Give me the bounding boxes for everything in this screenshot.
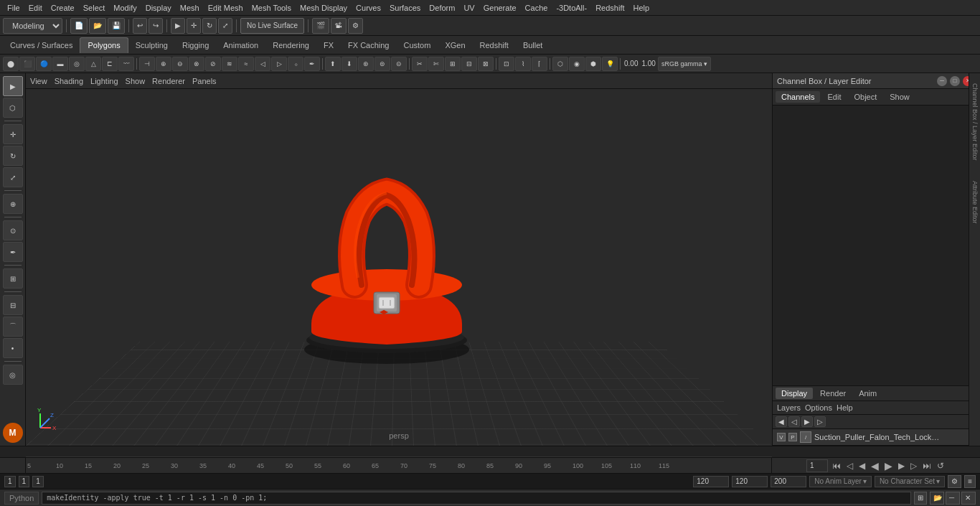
menu-help[interactable]: Help [629, 2, 654, 14]
tb2-lighting-btn[interactable]: 💡 [602, 57, 618, 71]
layer-type-indicator[interactable]: / [800, 431, 811, 443]
workspace-dropdown[interactable]: Modeling [3, 18, 62, 34]
snap-curve[interactable]: ⌒ [3, 317, 23, 337]
layers-menu-help[interactable]: Help [837, 403, 853, 412]
skip-end-btn[interactable]: ⏭ [921, 461, 933, 471]
brt-tab-display[interactable]: Display [776, 388, 813, 399]
soft-select[interactable]: ◎ [3, 365, 23, 385]
rp-tab-edit[interactable]: Edit [821, 91, 847, 103]
menu-3dtoall[interactable]: -3DtoAll- [552, 2, 591, 14]
tb2-boolean[interactable]: ⊘ [205, 57, 221, 71]
tb2-texture[interactable]: ⬢ [585, 57, 601, 71]
paint-tool[interactable]: ✒ [3, 242, 23, 262]
tb2-smooth-shade[interactable]: ◉ [569, 57, 585, 71]
menu-mesh-tools[interactable]: Mesh Tools [248, 2, 296, 14]
lasso-tool[interactable]: ⊙ [3, 220, 23, 240]
next-key-btn[interactable]: ▶ [897, 461, 906, 471]
tb2-paint[interactable]: ✒ [304, 57, 320, 71]
rp-tab-object[interactable]: Object [848, 91, 882, 103]
timeline-numbers[interactable]: 5 10 15 20 25 30 35 40 45 50 55 60 65 70… [26, 458, 772, 473]
tb2-slide[interactable]: ⊠ [478, 57, 494, 71]
layers-prev-btn[interactable]: ◀ [776, 416, 787, 427]
channel-box-label[interactable]: Channel Box / Layer Editor [970, 80, 980, 164]
tb2-multi-cut[interactable]: ✄ [428, 57, 444, 71]
tb2-bridge[interactable]: ⬇ [341, 57, 357, 71]
open-file-btn[interactable]: 📂 [89, 18, 106, 34]
frame-end-input[interactable] [732, 476, 768, 487]
menu-edit-mesh[interactable]: Edit Mesh [204, 2, 248, 14]
tab-fx-caching[interactable]: FX Caching [341, 37, 396, 53]
layers-menu-options[interactable]: Options [805, 403, 832, 412]
render-seq-btn[interactable]: 📽 [331, 18, 347, 34]
tb2-crease[interactable]: ⌇ [515, 57, 531, 71]
tb2-offset[interactable]: ⌈ [532, 57, 547, 71]
snap-point[interactable]: • [3, 338, 23, 358]
layer-playback[interactable]: P [788, 433, 797, 441]
menu-mesh-display[interactable]: Mesh Display [296, 2, 352, 14]
tb2-cut[interactable]: ✂ [412, 57, 428, 71]
tb2-bevel[interactable]: ⊡ [499, 57, 514, 71]
brt-tab-render[interactable]: Render [814, 388, 852, 399]
tb2-prism[interactable]: △ [85, 57, 101, 71]
tb2-merge[interactable]: ⊝ [391, 57, 407, 71]
tb2-wireframe[interactable]: ⬡ [552, 57, 568, 71]
attribute-editor-label[interactable]: Attribute Editor [970, 178, 980, 227]
tb2-circularize[interactable]: ⊛ [358, 57, 374, 71]
tb2-helix[interactable]: 〰 [118, 57, 134, 71]
rotate-tool[interactable]: ↻ [3, 146, 23, 166]
vp-menu-show[interactable]: Show [126, 77, 146, 85]
tab-redshift[interactable]: Redshift [473, 37, 516, 53]
scale-tool[interactable]: ⤢ [3, 167, 23, 187]
rotate-tool-btn[interactable]: ↻ [202, 18, 217, 34]
layers-menu-layers[interactable]: Layers [777, 403, 801, 412]
window-bottom-close[interactable]: ✕ [961, 492, 976, 505]
tb2-torus[interactable]: ◎ [69, 57, 85, 71]
skip-start-btn[interactable]: ⏮ [831, 461, 842, 471]
tb2-extract[interactable]: ⊗ [189, 57, 204, 71]
tb2-cylinder[interactable]: 🔵 [36, 57, 52, 71]
menu-edit[interactable]: Edit [24, 2, 47, 14]
python-label[interactable]: Python [4, 492, 39, 505]
vp-menu-panels[interactable]: Panels [192, 77, 217, 85]
tb2-quadrangulate[interactable]: ▷ [271, 57, 287, 71]
render-settings-btn[interactable]: ⚙ [348, 18, 363, 34]
menu-display[interactable]: Display [141, 2, 176, 14]
menu-select[interactable]: Select [79, 2, 110, 14]
tb2-cube[interactable]: ⬛ [19, 57, 35, 71]
move-tool-btn[interactable]: ✛ [187, 18, 201, 34]
tb2-extrude[interactable]: ⬆ [325, 57, 341, 71]
save-file-btn[interactable]: 💾 [108, 18, 125, 34]
tab-sculpting[interactable]: Sculpting [128, 37, 175, 53]
tab-curves-surfaces[interactable]: Curves / Surfaces [3, 37, 80, 53]
menu-generate[interactable]: Generate [479, 2, 521, 14]
vp-menu-shading[interactable]: Shading [55, 77, 83, 85]
select-tool-btn[interactable]: ▶ [171, 18, 185, 34]
layer-row[interactable]: V P / Suction_Puller_Falon_Tech_Locked_R [773, 429, 980, 446]
render-btn[interactable]: 🎬 [312, 18, 329, 34]
tb2-sphere[interactable]: ⬤ [3, 57, 19, 71]
command-line[interactable]: makeIdentity -apply true -t 1 -r 1 -s 1 … [42, 492, 911, 505]
brt-tab-anim[interactable]: Anim [853, 388, 882, 399]
undo-btn[interactable]: ↩ [133, 18, 147, 34]
tb2-combine[interactable]: ⊕ [156, 57, 171, 71]
tb2-smooth[interactable]: ≋ [222, 57, 237, 71]
status-extra-btn1[interactable]: ⚙ [948, 475, 961, 488]
tb2-plane[interactable]: ▬ [52, 57, 68, 71]
anim-layer-dropdown[interactable]: ▾ [863, 477, 867, 485]
vp-menu-renderer[interactable]: Renderer [152, 77, 185, 85]
menu-uv[interactable]: UV [459, 2, 479, 14]
prev-frame-btn[interactable]: ◁ [845, 461, 854, 471]
maya-logo[interactable]: M [3, 423, 23, 443]
play-back-btn[interactable]: ◀ [870, 460, 880, 472]
universal-manip[interactable]: ⊕ [3, 194, 23, 214]
move-tool[interactable]: ✛ [3, 124, 23, 144]
layers-next-btn[interactable]: ▶ [801, 416, 813, 427]
paintsel-tool[interactable]: ⬡ [3, 98, 23, 118]
window-bottom-min[interactable]: ─ [946, 492, 960, 505]
char-set-dropdown[interactable]: ▾ [936, 477, 940, 485]
minimize-btn[interactable]: ─ [937, 76, 947, 86]
tab-bullet[interactable]: Bullet [516, 37, 550, 53]
char-set-field[interactable]: No Character Set ▾ [875, 476, 945, 487]
vp-menu-lighting[interactable]: Lighting [90, 77, 118, 85]
prev-key-btn[interactable]: ◀ [857, 461, 867, 471]
